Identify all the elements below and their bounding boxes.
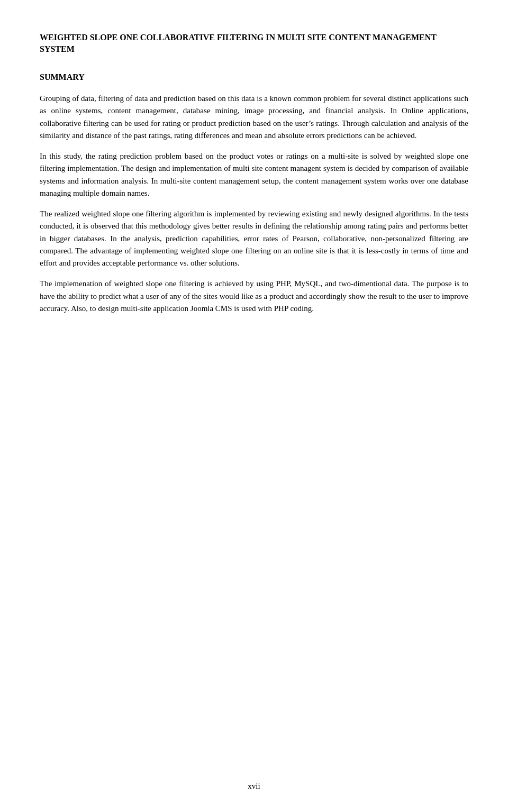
paragraph-4: The implemenation of weighted slope one … — [40, 278, 468, 315]
page-number: xvii — [0, 782, 508, 791]
page-title: WEIGHTED SLOPE ONE COLLABORATIVE FILTERI… — [40, 32, 468, 56]
paragraph-2: In this study, the rating prediction pro… — [40, 150, 468, 199]
section-heading: SUMMARY — [40, 71, 468, 83]
paragraph-1: Grouping of data, filtering of data and … — [40, 93, 468, 142]
page: WEIGHTED SLOPE ONE COLLABORATIVE FILTERI… — [0, 0, 508, 812]
paragraph-3: The realized weighted slope one filterin… — [40, 208, 468, 269]
